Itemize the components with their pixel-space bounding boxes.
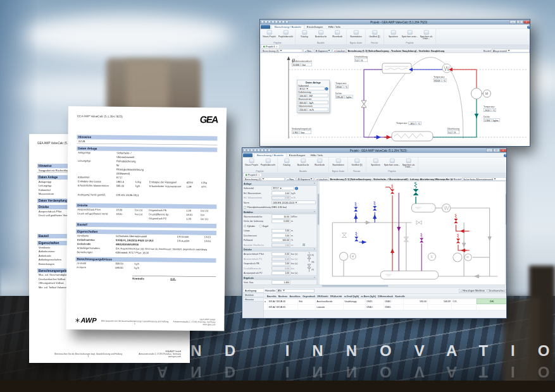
new-calculation-button[interactable]: +Neu bbox=[286, 177, 296, 181]
ribbon-button[interactable]: Speichern bbox=[368, 158, 384, 166]
compressor-symbol[interactable] bbox=[453, 253, 462, 262]
spin-input[interactable]: 1.901bar bbox=[292, 130, 311, 134]
radio-kugel[interactable] bbox=[259, 224, 261, 227]
close-button[interactable]: × bbox=[523, 20, 530, 24]
ph-diagram-canvas[interactable]: p M bbox=[260, 53, 530, 147]
norm-select[interactable]: DIN EN 13136:2013 bbox=[272, 201, 316, 205]
table-row[interactable]: ▸ SVUA / SVUB 40 Eck Anschweißende Unabh… bbox=[264, 299, 507, 305]
print-preview-button[interactable]: Druckvorschau bbox=[487, 289, 506, 293]
ribbon-button[interactable]: Neues Projekt bbox=[244, 158, 260, 166]
ribbon-button[interactable]: Warenkorb bbox=[311, 158, 328, 166]
value-input[interactable]: 100.00 bbox=[272, 238, 290, 242]
tab-berechnung-bauteile[interactable]: Berechnung / Bauteile bbox=[272, 25, 304, 29]
spin-input[interactable]: 11.666bar bbox=[292, 63, 312, 66]
kaeltemittel-select[interactable]: R717 bbox=[272, 187, 294, 190]
tab-einstellungen[interactable]: Einstellungen bbox=[304, 25, 326, 29]
app-menu-button[interactable] bbox=[261, 25, 270, 29]
close-button[interactable]: × bbox=[500, 149, 507, 152]
ribbon-button[interactable]: Speichern unter... bbox=[384, 158, 401, 166]
help-icon[interactable]: ? bbox=[504, 154, 507, 157]
ribbon-button[interactable]: Speichern als Datei... bbox=[418, 30, 435, 40]
copy-calculation-button[interactable]: ⊞Kopieren bbox=[296, 177, 314, 181]
value-input[interactable]: 10.00 bbox=[272, 214, 290, 218]
horizontal-scrollbar[interactable] bbox=[242, 285, 507, 287]
copy-calculation-button[interactable]: ⊞Kopieren bbox=[314, 49, 332, 52]
bauteil-select[interactable]: Sicherheits-/Überströmventil bbox=[462, 177, 506, 181]
safety-valve-blue[interactable] bbox=[373, 202, 377, 211]
delete-calculation-button[interactable]: ×Löschen bbox=[333, 49, 347, 52]
spin-input[interactable]: -9.00°C bbox=[483, 108, 496, 112]
info-icon[interactable]: i bbox=[325, 87, 328, 90]
collapse-icon[interactable]: ⌃ bbox=[313, 276, 315, 279]
safety-valve-red[interactable] bbox=[454, 214, 458, 224]
condenser-symbol[interactable] bbox=[382, 63, 411, 73]
app-menu-button[interactable] bbox=[243, 154, 253, 157]
column-header[interactable]: Baureihe bbox=[266, 294, 278, 298]
spin-input[interactable]: 81.63°C bbox=[433, 78, 447, 82]
ribbon-button[interactable]: Speichern unter... bbox=[402, 30, 418, 37]
spin-input[interactable]: 1.594kg/m³ bbox=[483, 118, 500, 122]
ribbon-button[interactable]: Katalog bbox=[278, 158, 295, 166]
ribbon-button[interactable]: Speichern als Datei... bbox=[401, 158, 417, 168]
calculation-select[interactable]: Berechnung (1) bbox=[261, 49, 302, 52]
ribbon-button[interactable]: Warenkorb bbox=[329, 30, 346, 37]
project-tab[interactable]: Projekt 1 × bbox=[244, 173, 262, 177]
close-tab-icon[interactable]: × bbox=[276, 46, 277, 48]
spinner[interactable] bbox=[299, 131, 301, 134]
column-header[interactable]: Differenzdruck bbox=[377, 294, 394, 298]
column-header[interactable]: DN-Eintritt bbox=[316, 294, 329, 298]
minimize-button[interactable]: – bbox=[509, 20, 516, 24]
spin-input[interactable]: -18.0°C bbox=[409, 121, 421, 125]
value-input[interactable]: 1.00 bbox=[272, 262, 290, 266]
compressor-symbol[interactable] bbox=[471, 89, 482, 99]
column-header[interactable]: Anschluss bbox=[289, 294, 302, 298]
info-icon[interactable]: i bbox=[295, 187, 298, 190]
table-row[interactable]: SVUA / SVUB 65 Lötende DN40 DN65 bbox=[264, 305, 507, 310]
add-merkliste-button[interactable]: + Hinzufügen Merkliste bbox=[459, 289, 486, 293]
title-bar[interactable]: Projekt - GEA AWP ValveCalc (5.1.264.762… bbox=[260, 20, 530, 25]
column-header[interactable]: m-Norm (kg/h) bbox=[360, 294, 377, 298]
ribbon-button[interactable]: Projektübersicht bbox=[260, 158, 277, 166]
value-input[interactable]: 1.400 bbox=[272, 280, 290, 284]
column-header[interactable]: m-Ventil (kg/h) bbox=[343, 294, 360, 298]
radio-zylinder[interactable] bbox=[244, 224, 246, 227]
spin-input[interactable]: 28.00°C bbox=[335, 85, 349, 89]
tab-einstellungen[interactable]: Einstellungen bbox=[287, 154, 308, 157]
ribbon-button[interactable]: Bauteilsuche bbox=[295, 158, 311, 166]
spinner[interactable] bbox=[440, 79, 442, 82]
column-header[interactable]: Kontrolle bbox=[394, 294, 406, 298]
delete-calculation-button[interactable]: ×Löschen bbox=[315, 177, 329, 181]
safety-valve-purple[interactable] bbox=[420, 233, 423, 243]
value-input[interactable]: 0.00 bbox=[272, 266, 290, 270]
value-input[interactable]: 1.04 bbox=[272, 191, 290, 195]
tab-hinweise[interactable]: Hinweise bbox=[244, 297, 264, 302]
tab-hilfe-info[interactable]: Hilfe / Info bbox=[308, 154, 325, 157]
canvas-scrollbar[interactable] bbox=[505, 181, 507, 285]
ribbon-button[interactable]: Katalog bbox=[296, 30, 313, 37]
ribbon-button[interactable]: Stammdaten bbox=[348, 30, 365, 37]
quick-access-toolbar[interactable] bbox=[261, 21, 289, 24]
ribbon-button[interactable]: Bauteilsuche bbox=[313, 30, 329, 37]
spinner[interactable] bbox=[415, 122, 417, 125]
tab-berechnung-bauteile[interactable]: Berechnung / Bauteile bbox=[254, 153, 287, 157]
spinner[interactable] bbox=[300, 63, 302, 66]
safety-valve-red[interactable] bbox=[456, 234, 460, 243]
title-bar[interactable]: Projekt - GEA AWP ValveCalc (5.1.264.762… bbox=[242, 148, 507, 153]
column-header[interactable]: DN-Austritt bbox=[330, 294, 344, 298]
column-header[interactable]: Gegendruck bbox=[302, 294, 316, 298]
ribbon-button[interactable]: Projektübersicht bbox=[278, 30, 294, 37]
ribbon-button[interactable]: Neues Projekt bbox=[261, 30, 278, 37]
spin-input[interactable]: 595.44kg/m³ bbox=[335, 95, 352, 99]
spinner[interactable] bbox=[490, 109, 492, 112]
calculation-select[interactable]: Berechnung (1) bbox=[244, 177, 285, 181]
maximize-button[interactable]: □ bbox=[516, 20, 523, 24]
schematic-canvas[interactable]: M M S bbox=[320, 181, 505, 285]
tab-merkliste[interactable]: Merkliste bbox=[244, 293, 264, 297]
spinner[interactable] bbox=[452, 131, 454, 134]
spin-input[interactable]: 100.00kW bbox=[299, 94, 328, 97]
value-input[interactable]: 1.00 bbox=[272, 243, 290, 247]
help-icon[interactable]: ? bbox=[527, 26, 530, 29]
pump-symbol[interactable] bbox=[339, 252, 347, 260]
spin-input[interactable]: 150.00m³/h bbox=[299, 107, 328, 111]
spin-input[interactable]: 300.00kg/h bbox=[299, 101, 328, 104]
